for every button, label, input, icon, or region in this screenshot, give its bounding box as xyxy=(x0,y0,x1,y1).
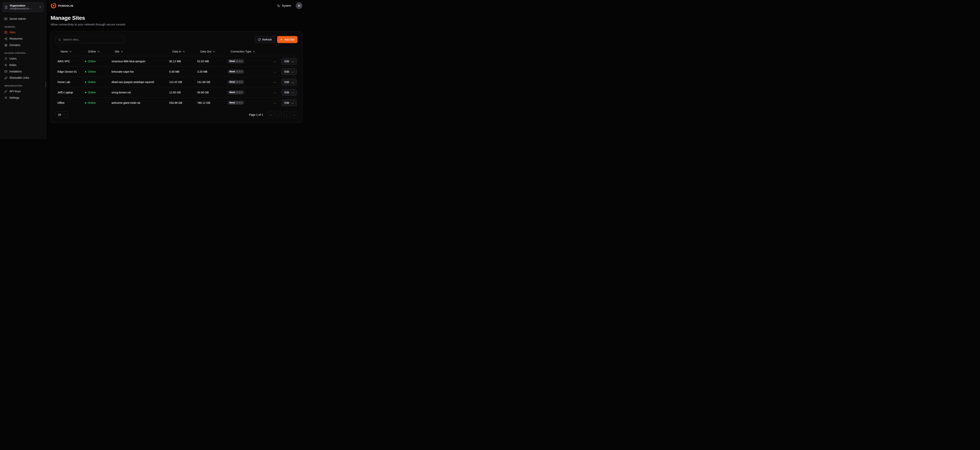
row-menu-button[interactable]: ··· xyxy=(273,80,277,84)
sidebar: Organization milo@fossorial.io's ... Ser… xyxy=(0,0,46,139)
arrow-right-icon: → xyxy=(291,70,294,73)
theme-label: System xyxy=(282,4,291,7)
edit-label: Edit xyxy=(285,70,289,73)
org-picker-text: Organization milo@fossorial.io's ... xyxy=(10,4,37,10)
refresh-label: Refresh xyxy=(262,38,272,41)
user-icon xyxy=(4,57,8,60)
avatar[interactable]: M xyxy=(296,2,302,9)
row-actions: ··· Edit → xyxy=(270,68,298,75)
globe-icon xyxy=(4,44,8,47)
column-header-online[interactable]: Online xyxy=(83,50,110,53)
column-header-data-in[interactable]: Data In xyxy=(167,50,195,53)
edit-button[interactable]: Edit → xyxy=(282,89,297,96)
page-size-select[interactable]: 20 xyxy=(56,111,68,118)
table-body: AWS VPC Online vivacious-little-blue-pen… xyxy=(56,56,298,108)
pagination: Page 1 of 1 « ‹ › » xyxy=(249,112,298,118)
sidebar-item-settings[interactable]: Settings xyxy=(2,95,44,101)
next-page-button[interactable]: › xyxy=(283,112,290,118)
connection-type-cell: Newt v1.3.2 xyxy=(226,90,270,94)
sidebar-item-api-keys[interactable]: API Keys xyxy=(2,88,44,95)
sidebar-item-label: Shareable Links xyxy=(10,76,29,79)
page-title: Manage Sites xyxy=(51,15,302,21)
connection-version: v1.3.2 xyxy=(236,70,242,73)
org-picker[interactable]: Organization milo@fossorial.io's ... xyxy=(2,2,44,12)
connection-version: v1.3.2 xyxy=(236,101,242,104)
column-label: Data In xyxy=(172,50,181,53)
table-row: Jeff's Laptop Online smug-brown-rat 12.6… xyxy=(56,87,298,98)
sort-icon xyxy=(253,50,255,53)
data-out-value: 780.12 GB xyxy=(195,101,226,105)
status-badge: Online xyxy=(83,81,110,84)
data-in-value: 30.12 MB xyxy=(167,60,195,63)
last-page-button[interactable]: » xyxy=(291,112,298,118)
sidebar-item-sites[interactable]: Sites xyxy=(2,29,44,36)
table-row: AWS VPC Online vivacious-little-blue-pen… xyxy=(56,56,298,67)
search-icon xyxy=(58,38,61,41)
first-page-button[interactable]: « xyxy=(268,112,274,118)
online-dot-icon xyxy=(85,92,86,93)
sidebar-item-users[interactable]: Users xyxy=(2,55,44,62)
plus-icon xyxy=(280,38,283,41)
status-label: Online xyxy=(88,70,95,73)
connection-type-cell: Newt v1.3.2 xyxy=(226,80,270,84)
status-label: Online xyxy=(88,81,95,84)
sidebar-item-roles[interactable]: Roles xyxy=(2,62,44,68)
sidebar-scrollbar[interactable] xyxy=(46,82,46,87)
connection-type-cell: Newt v1.3.2 xyxy=(226,70,270,74)
org-picker-title: Organization xyxy=(10,4,37,7)
connection-badge: Newt v1.3.2 xyxy=(228,90,244,94)
row-menu-button[interactable]: ··· xyxy=(273,59,277,63)
status-badge: Online xyxy=(83,91,110,94)
edit-button[interactable]: Edit → xyxy=(282,79,297,86)
sidebar-item-resources[interactable]: Resources xyxy=(2,35,44,42)
column-header-site[interactable]: Site xyxy=(110,50,167,53)
topbar: PANGOLIN System M xyxy=(51,0,302,8)
page-info: Page 1 of 1 xyxy=(249,113,263,116)
column-label: Online xyxy=(88,50,96,53)
refresh-button[interactable]: Refresh xyxy=(255,36,275,43)
search-box[interactable] xyxy=(56,36,124,43)
edit-button[interactable]: Edit → xyxy=(282,100,297,106)
table-header: Name Online Site Data In xyxy=(56,47,298,56)
arrow-right-icon: → xyxy=(291,81,294,83)
add-site-button[interactable]: Add Site xyxy=(277,36,298,43)
edit-button[interactable]: Edit → xyxy=(282,58,297,65)
column-header-name[interactable]: Name xyxy=(56,50,83,53)
edit-button[interactable]: Edit → xyxy=(282,68,297,75)
main-content: PANGOLIN System M Manage Sites Allow con… xyxy=(46,0,307,139)
site-slug: dead-san-joaquin-antelope-squirrel xyxy=(110,81,167,84)
status-badge: Online xyxy=(83,70,110,73)
data-in-value: 5.00 MB xyxy=(167,70,195,73)
data-in-value: 12.65 GB xyxy=(167,91,195,94)
row-menu-button[interactable]: ··· xyxy=(273,101,277,105)
row-menu-button[interactable]: ··· xyxy=(273,70,277,74)
column-header-connection-type[interactable]: Connection Type xyxy=(226,50,270,53)
brand: PANGOLIN xyxy=(51,3,73,9)
data-in-value: 112.42 GB xyxy=(167,81,195,84)
sidebar-item-label: Resources xyxy=(10,37,22,40)
edit-label: Edit xyxy=(285,91,289,94)
sidebar-item-label: Roles xyxy=(10,63,16,67)
pangolin-logo xyxy=(51,3,56,9)
sidebar-item-label: Settings xyxy=(10,96,19,100)
row-actions: ··· Edit → xyxy=(270,58,298,65)
sidebar-item-shareable-links[interactable]: Shareable Links xyxy=(2,74,44,81)
sort-icon xyxy=(183,50,185,53)
chevron-down-icon xyxy=(63,114,65,116)
row-actions: ··· Edit → xyxy=(270,89,298,96)
sites-toolbar: Refresh Add Site xyxy=(56,36,298,43)
arrow-right-icon: → xyxy=(291,60,294,63)
row-actions: ··· Edit → xyxy=(270,79,298,86)
prev-page-button[interactable]: ‹ xyxy=(275,112,282,118)
search-input[interactable] xyxy=(63,38,122,41)
sidebar-item-domains[interactable]: Domains xyxy=(2,42,44,48)
row-menu-button[interactable]: ··· xyxy=(273,90,277,95)
site-slug: smug-brown-rat xyxy=(110,91,167,94)
column-header-data-out[interactable]: Data Out xyxy=(195,50,226,53)
sidebar-item-invitations[interactable]: Invitations xyxy=(2,68,44,75)
edit-label: Edit xyxy=(285,101,289,105)
site-name: Home Lab xyxy=(56,81,83,84)
site-name: AWS VPC xyxy=(56,60,83,63)
theme-toggle[interactable]: System xyxy=(277,4,291,7)
sidebar-item-server-admin[interactable]: Server Admin xyxy=(2,16,44,22)
